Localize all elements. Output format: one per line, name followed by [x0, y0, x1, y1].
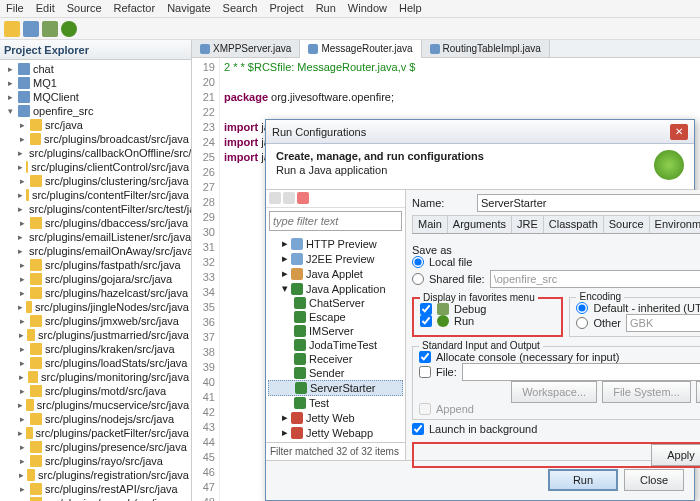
- config-tree-item[interactable]: ChatServer: [268, 296, 403, 310]
- menu-search[interactable]: Search: [223, 2, 258, 15]
- config-tabs: MainArgumentsJREClasspathSourceEnvironme…: [412, 215, 700, 234]
- tree-item[interactable]: ▸src/plugins/restAPI/src/java: [2, 482, 189, 496]
- project-tree[interactable]: ▸chat▸MQ1▸MQClient▾openfire_src▸src/java…: [0, 60, 191, 501]
- name-input[interactable]: [477, 194, 700, 212]
- tree-item[interactable]: ▸MQ1: [2, 76, 189, 90]
- stdio-group: Standard Input and Output Allocate conso…: [412, 346, 700, 420]
- config-tree-item[interactable]: ▸ Jetty Web: [268, 410, 403, 425]
- tree-item[interactable]: ▸src/plugins/broadcast/src/java: [2, 132, 189, 146]
- tab-environment[interactable]: Environment: [649, 215, 700, 233]
- tree-item[interactable]: ▸src/plugins/motd/src/java: [2, 384, 189, 398]
- launch-background-label: Launch in background: [429, 423, 537, 435]
- menu-file[interactable]: File: [6, 2, 24, 15]
- tree-item[interactable]: ▸src/plugins/clustering/src/java: [2, 174, 189, 188]
- save-icon[interactable]: [23, 21, 39, 37]
- close-icon[interactable]: ✕: [670, 124, 688, 140]
- tab-arguments[interactable]: Arguments: [447, 215, 512, 233]
- tree-item[interactable]: ▾openfire_src: [2, 104, 189, 118]
- menu-help[interactable]: Help: [399, 2, 422, 15]
- config-tree-item[interactable]: Test: [268, 396, 403, 410]
- apply-button[interactable]: Apply: [651, 444, 700, 466]
- editor-tabs: XMPPServer.javaMessageRouter.javaRouting…: [192, 40, 700, 58]
- close-button[interactable]: Close: [624, 469, 684, 491]
- new-icon[interactable]: [4, 21, 20, 37]
- file-checkbox[interactable]: [419, 366, 431, 378]
- tree-item[interactable]: ▸src/plugins/registration/src/java: [2, 468, 189, 482]
- tree-item[interactable]: ▸src/plugins/rayo/src/java: [2, 454, 189, 468]
- config-tree-item[interactable]: IMServer: [268, 324, 403, 338]
- menu-run[interactable]: Run: [316, 2, 336, 15]
- encoding-default-radio[interactable]: [576, 302, 588, 314]
- debug-icon[interactable]: [42, 21, 58, 37]
- menu-project[interactable]: Project: [269, 2, 303, 15]
- encoding-other-radio[interactable]: [576, 317, 588, 329]
- menu-window[interactable]: Window: [348, 2, 387, 15]
- shared-file-radio[interactable]: [412, 273, 424, 285]
- menu-edit[interactable]: Edit: [36, 2, 55, 15]
- tree-item[interactable]: ▸src/plugins/justmarried/src/java: [2, 328, 189, 342]
- editor-tab[interactable]: XMPPServer.java: [192, 40, 300, 57]
- tree-item[interactable]: ▸src/plugins/packetFilter/src/java: [2, 426, 189, 440]
- dialog-heading: Create, manage, and run configurations: [276, 150, 484, 162]
- editor-tab[interactable]: RoutingTableImpl.java: [422, 40, 550, 57]
- local-file-radio[interactable]: [412, 256, 424, 268]
- tab-classpath[interactable]: Classpath: [543, 215, 604, 233]
- tab-source[interactable]: Source: [603, 215, 650, 233]
- run-button[interactable]: Run: [548, 469, 618, 491]
- menu-navigate[interactable]: Navigate: [167, 2, 210, 15]
- tree-item[interactable]: ▸src/plugins/nodejs/src/java: [2, 412, 189, 426]
- editor-tab[interactable]: MessageRouter.java: [300, 40, 421, 58]
- config-tree-item[interactable]: ▸ Java Applet: [268, 266, 403, 281]
- config-tree-item[interactable]: ▸ Jetty Webapp: [268, 425, 403, 440]
- project-explorer: Project Explorer ▸chat▸MQ1▸MQClient▾open…: [0, 40, 192, 501]
- dialog-subheading: Run a Java application: [276, 164, 484, 176]
- config-tree-item[interactable]: JodaTimeTest: [268, 338, 403, 352]
- config-tree-item[interactable]: Receiver: [268, 352, 403, 366]
- tree-item[interactable]: ▸src/plugins/kraken/src/java: [2, 342, 189, 356]
- tree-item[interactable]: ▸src/plugins/gojara/src/java: [2, 272, 189, 286]
- tree-item[interactable]: ▸src/plugins/presence/src/java: [2, 440, 189, 454]
- config-tree[interactable]: ▸ HTTP Preview▸ J2EE Preview▸ Java Apple…: [266, 234, 405, 442]
- config-tree-item[interactable]: Sender: [268, 366, 403, 380]
- tree-item[interactable]: ▸src/plugins/dbaccess/src/java: [2, 216, 189, 230]
- launch-background-checkbox[interactable]: [412, 423, 424, 435]
- config-tree-item[interactable]: ▸ HTTP Preview: [268, 236, 403, 251]
- tab-main[interactable]: Main: [412, 215, 448, 233]
- tree-item[interactable]: ▸src/plugins/fastpath/src/java: [2, 258, 189, 272]
- menu-refactor[interactable]: Refactor: [114, 2, 156, 15]
- tree-item[interactable]: ▸src/plugins/hazelcast/src/java: [2, 286, 189, 300]
- tree-item[interactable]: ▸src/plugins/clientControl/src/java: [2, 160, 189, 174]
- new-config-icon[interactable]: [269, 192, 281, 204]
- filter-input[interactable]: [269, 211, 402, 231]
- append-checkbox: [419, 403, 431, 415]
- tree-item[interactable]: ▸src/plugins/contentFilter/src/test/java: [2, 202, 189, 216]
- tree-item[interactable]: ▸src/plugins/search/src/java: [2, 496, 189, 501]
- tree-item[interactable]: ▸src/plugins/contentFilter/src/java: [2, 188, 189, 202]
- tree-item[interactable]: ▸src/plugins/jmxweb/src/java: [2, 314, 189, 328]
- allocate-console-checkbox[interactable]: [419, 351, 431, 363]
- tree-item[interactable]: ▸chat: [2, 62, 189, 76]
- run-icon[interactable]: [61, 21, 77, 37]
- tree-item[interactable]: ▸MQClient: [2, 90, 189, 104]
- tree-item[interactable]: ▸src/java: [2, 118, 189, 132]
- config-tree-item[interactable]: ▾ Java Application: [268, 281, 403, 296]
- config-tree-item[interactable]: Escape: [268, 310, 403, 324]
- debug-favorite-checkbox[interactable]: [420, 303, 432, 315]
- config-tree-item[interactable]: ServerStarter: [268, 380, 403, 396]
- config-tree-item[interactable]: ▸ J2EE Preview: [268, 251, 403, 266]
- duplicate-icon[interactable]: [283, 192, 295, 204]
- tree-item[interactable]: ▸src/plugins/emailListener/src/java: [2, 230, 189, 244]
- tree-item[interactable]: ▸src/plugins/loadStats/src/java: [2, 356, 189, 370]
- tree-item[interactable]: ▸src/plugins/monitoring/src/java: [2, 370, 189, 384]
- run-favorite-checkbox[interactable]: [420, 315, 432, 327]
- tree-item[interactable]: ▸src/plugins/mucservice/src/java: [2, 398, 189, 412]
- tree-item[interactable]: ▸src/plugins/jingleNodes/src/java: [2, 300, 189, 314]
- delete-icon[interactable]: [297, 192, 309, 204]
- filter-status: Filter matched 32 of 32 items: [266, 442, 405, 460]
- tree-item[interactable]: ▸src/plugins/emailOnAway/src/java: [2, 244, 189, 258]
- tree-item[interactable]: ▸src/plugins/callbackOnOffline/src/java: [2, 146, 189, 160]
- menu-source[interactable]: Source: [67, 2, 102, 15]
- tab-jre[interactable]: JRE: [511, 215, 544, 233]
- append-label: Append: [436, 403, 474, 415]
- main-toolbar: [0, 18, 700, 40]
